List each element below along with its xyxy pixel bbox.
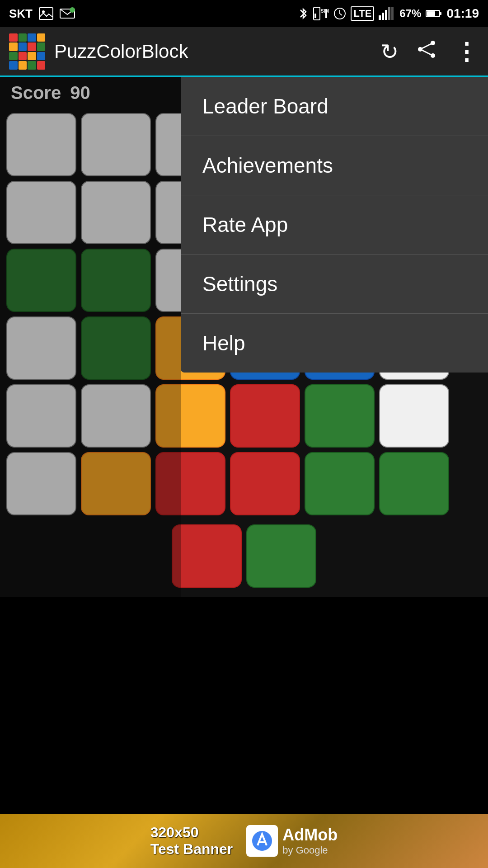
logo-cell (37, 52, 46, 61)
battery-text: 67% (399, 7, 421, 20)
game-cell[interactable] (230, 452, 300, 515)
logo-cell (9, 52, 18, 61)
image-icon (39, 7, 53, 20)
svg-line-21 (420, 49, 433, 56)
signal-icon (379, 7, 395, 20)
bluetooth-icon (298, 6, 308, 21)
logo-cell (9, 33, 18, 42)
logo-cell (28, 61, 36, 70)
extra-game-cell[interactable] (246, 524, 316, 588)
game-cell[interactable] (305, 452, 375, 515)
ad-size-text: 320x50 (150, 824, 199, 841)
logo-cell (37, 42, 46, 51)
app-logo (9, 33, 45, 70)
ad-text-block: 320x50 Test Banner (150, 824, 233, 858)
game-cell[interactable] (230, 384, 300, 448)
lte-badge: LTE (351, 6, 374, 21)
svg-text:SIM: SIM (321, 9, 329, 14)
admob-brand: AdMob (282, 826, 338, 844)
network-icon: SIM (313, 6, 329, 21)
menu-item-achievements[interactable]: Achievements (181, 136, 488, 195)
svg-rect-12 (388, 7, 390, 20)
admob-brand-sub: by Google (282, 844, 338, 856)
logo-cell (9, 42, 18, 51)
menu-item-rate-app[interactable]: Rate App (181, 195, 488, 255)
logo-cell (19, 42, 27, 51)
battery-icon (426, 9, 442, 18)
admob-logo: AdMob by Google (246, 825, 338, 857)
admob-svg (251, 830, 273, 852)
app-bar: PuzzColorBlock ↻ ⋮ (0, 27, 488, 77)
menu-item-settings[interactable]: Settings (181, 255, 488, 314)
admob-icon (246, 825, 278, 857)
share-button[interactable] (417, 39, 436, 64)
time-text: 01:19 (446, 6, 479, 21)
svg-rect-16 (427, 11, 435, 16)
status-right: SIM LTE 67% 01:19 (298, 6, 479, 21)
extra-game-cell[interactable] (172, 524, 242, 588)
logo-cell (9, 61, 18, 70)
game-cell[interactable] (379, 452, 449, 515)
carrier-text: SKT (9, 7, 33, 21)
svg-line-20 (420, 43, 433, 49)
svg-rect-9 (379, 15, 381, 20)
status-bar: SKT SIM LTE 67% 01:19 (0, 0, 488, 27)
logo-cell (37, 33, 46, 42)
logo-cell (19, 52, 27, 61)
ad-banner[interactable]: 320x50 Test Banner AdMob by Google (0, 814, 488, 868)
svg-rect-11 (385, 10, 387, 20)
clock-icon (333, 7, 346, 20)
svg-point-3 (70, 8, 75, 12)
dropdown-menu: Leader BoardAchievementsRate AppSettings… (181, 77, 488, 373)
svg-rect-13 (391, 7, 394, 20)
logo-cell (37, 61, 46, 70)
menu-item-help[interactable]: Help (181, 314, 488, 373)
refresh-button[interactable]: ↻ (380, 39, 399, 64)
game-cell[interactable] (379, 384, 449, 448)
logo-cell (28, 42, 36, 51)
logo-cell (28, 33, 36, 42)
svg-rect-5 (314, 14, 316, 18)
ad-sub-text: Test Banner (150, 841, 233, 858)
menu-item-leader-board[interactable]: Leader Board (181, 77, 488, 136)
logo-cell (19, 61, 27, 70)
game-cell[interactable] (305, 384, 375, 448)
svg-rect-15 (440, 12, 441, 15)
overlay-dim[interactable] (0, 77, 181, 814)
app-title: PuzzColorBlock (54, 41, 362, 62)
email-icon (60, 7, 75, 20)
svg-rect-10 (382, 13, 384, 20)
svg-rect-0 (39, 8, 53, 19)
overflow-menu-button[interactable]: ⋮ (455, 38, 479, 65)
status-left: SKT (9, 7, 75, 21)
logo-cell (19, 33, 27, 42)
logo-cell (28, 52, 36, 61)
admob-text-block: AdMob by Google (282, 826, 338, 856)
